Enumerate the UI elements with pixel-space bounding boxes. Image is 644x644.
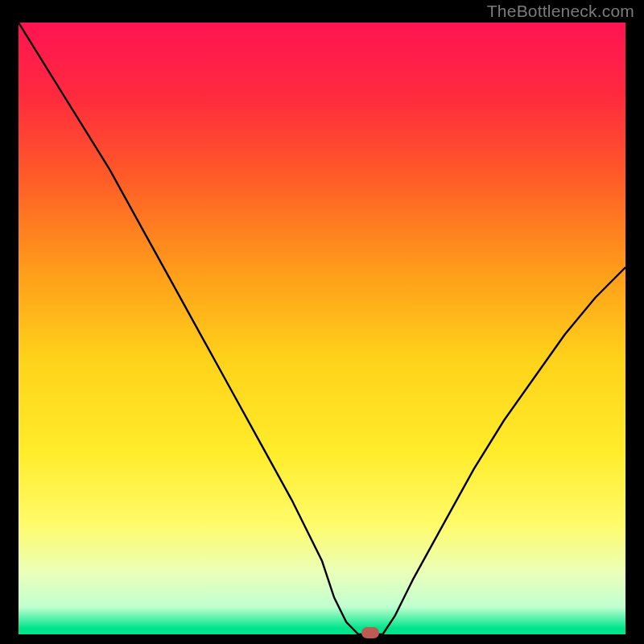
gradient-background	[19, 23, 625, 634]
plot-svg	[19, 23, 625, 634]
chart-frame: TheBottleneck.com	[0, 0, 644, 644]
optimal-point-marker	[361, 627, 379, 638]
plot-area	[19, 23, 625, 634]
watermark-text: TheBottleneck.com	[487, 2, 634, 21]
